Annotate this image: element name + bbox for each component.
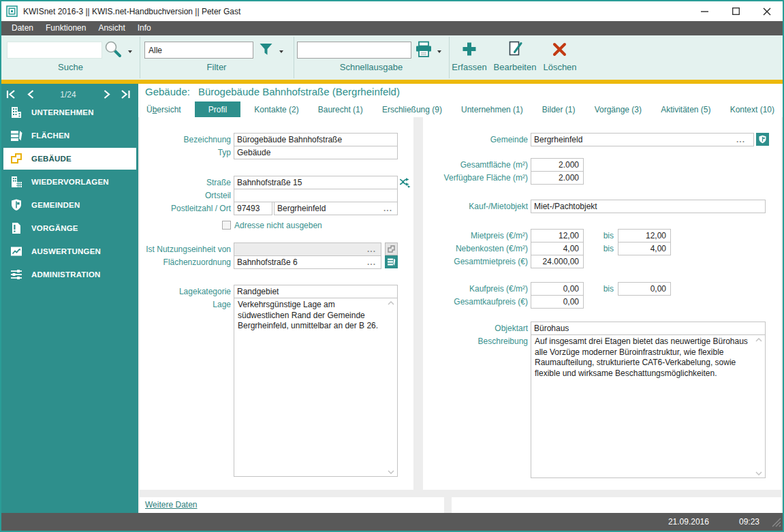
bezeichnung-input[interactable] <box>234 133 398 146</box>
nebenkosten-von-input[interactable] <box>531 242 584 255</box>
nebenkosten-label: Nebenkosten (€/m²) <box>423 242 528 255</box>
lagekategorie-label: Lagekategorie <box>140 285 231 298</box>
route-icon[interactable] <box>399 176 411 188</box>
sidebar-item-flaechen[interactable]: FLÄCHEN <box>1 124 138 147</box>
tab-baurecht[interactable]: Baurecht (1) <box>313 101 369 117</box>
gemeinde-input[interactable] <box>531 133 754 146</box>
menu-daten[interactable]: Daten <box>5 21 40 35</box>
gemeinde-ellipsis-button[interactable]: ... <box>736 133 745 146</box>
filter-icon[interactable] <box>259 43 273 57</box>
last-record-icon[interactable] <box>121 90 131 99</box>
area-assign-icon[interactable] <box>385 255 398 268</box>
tab-aktivitaeten[interactable]: Aktivitäten (5) <box>655 101 716 117</box>
kaufpreis-bis-label: bis <box>586 282 614 296</box>
strasse-label: Straße <box>140 176 231 189</box>
bezeichnung-label: Bezeichnung <box>140 133 231 146</box>
tab-unternehmen[interactable]: Unternehmen (1) <box>456 101 529 117</box>
menu-funktionen[interactable]: Funktionen <box>40 21 92 35</box>
mietpreis-bis-input[interactable] <box>618 229 671 242</box>
typ-input[interactable] <box>234 146 398 159</box>
tab-profil[interactable]: Profil <box>195 101 240 117</box>
search-icon[interactable] <box>104 40 123 59</box>
verfuegbare-flaeche-input[interactable] <box>531 171 584 185</box>
tab-kontakte[interactable]: Kontakte (2) <box>249 101 304 117</box>
beschreibung-scroll-down-icon[interactable] <box>755 471 762 475</box>
municipality-icon <box>7 198 25 212</box>
close-icon[interactable] <box>751 1 783 21</box>
minimize-icon[interactable] <box>689 1 720 21</box>
objektart-input[interactable] <box>531 322 766 335</box>
flaechenzuordnung-ellipsis-button[interactable]: ... <box>367 255 376 269</box>
adresse-nicht-ausgeben-checkbox[interactable] <box>222 221 231 230</box>
lagekategorie-input[interactable] <box>234 285 398 298</box>
lage-textarea[interactable]: Verkehrsgünstige Lage am südwestlichen R… <box>234 298 398 477</box>
sidebar-item-label: AUSWERTUNGEN <box>31 247 101 255</box>
nebenkosten-bis-input[interactable] <box>618 242 671 255</box>
main-region: 1/24 UNTERNEHMEN FLÄCHEN GEBÄUDE <box>1 84 783 513</box>
menu-info[interactable]: Info <box>131 21 157 35</box>
beschreibung-textarea[interactable]: Auf insgesamt drei Etagen bietet das neu… <box>531 334 766 478</box>
sidebar-item-vorgaenge[interactable]: VORGÄNGE <box>1 217 138 240</box>
tab-vorgaenge[interactable]: Vorgänge (3) <box>589 101 647 117</box>
sidebar-item-administration[interactable]: ADMINISTRATION <box>1 263 138 286</box>
next-record-icon[interactable] <box>103 90 111 99</box>
filter-input[interactable] <box>144 42 253 59</box>
edit-icon[interactable] <box>507 41 523 57</box>
tab-uebersicht[interactable]: Übersicht <box>141 101 187 117</box>
adresse-checkbox-label: Adresse nicht ausgeben <box>234 220 322 231</box>
objektart-label: Objektart <box>423 322 528 335</box>
delete-x-icon[interactable] <box>552 42 567 57</box>
tab-erschliessung[interactable]: Erschließung (9) <box>377 101 448 117</box>
lage-scroll-up-icon[interactable] <box>388 301 394 305</box>
search-dropdown-arrow-icon[interactable] <box>128 50 132 53</box>
first-record-icon[interactable] <box>6 90 16 99</box>
maximize-icon[interactable] <box>720 1 751 21</box>
sidebar-item-unternehmen[interactable]: UNTERNEHMEN <box>1 101 138 124</box>
ortsteil-input[interactable] <box>234 189 398 202</box>
beschreibung-scroll-up-icon[interactable] <box>755 338 762 342</box>
sidebar-item-gemeinden[interactable]: GEMEINDEN <box>1 193 138 217</box>
sidebar-item-gebaeude[interactable]: GEBÄUDE <box>3 148 136 170</box>
kaufpreis-bis-input[interactable] <box>618 282 671 296</box>
sidebar-item-wiedervorlagen[interactable]: WIEDERVORLAGEN <box>1 170 138 193</box>
lage-scroll-down-icon[interactable] <box>388 470 394 474</box>
menu-ansicht[interactable]: Ansicht <box>92 21 131 35</box>
flaechenzuordnung-input[interactable] <box>234 255 381 269</box>
gesamtkaufpreis-input[interactable] <box>531 295 584 309</box>
kaufpreis-von-input[interactable] <box>531 282 584 296</box>
kauf-mietobjekt-input[interactable] <box>531 200 766 213</box>
bearbeiten-button[interactable]: Bearbeiten <box>491 62 539 72</box>
quick-output-input[interactable] <box>297 42 411 59</box>
gesamtmietpreis-input[interactable] <box>531 255 584 268</box>
search-input[interactable] <box>7 42 102 59</box>
nutzungseinheit-ellipsis-button[interactable]: ... <box>367 242 376 256</box>
print-icon[interactable] <box>415 41 433 59</box>
sidebar-item-auswertungen[interactable]: AUSWERTUNGEN <box>1 240 138 263</box>
sidebar-item-label: VORGÄNGE <box>31 224 78 232</box>
loeschen-button[interactable]: Löschen <box>539 62 581 72</box>
ort-ellipsis-button[interactable]: ... <box>383 202 392 215</box>
strasse-input[interactable] <box>234 176 398 189</box>
app-logo-icon <box>6 5 18 17</box>
sidebar-item-label: UNTERNEHMEN <box>31 108 94 116</box>
municipality-shield-icon[interactable] <box>756 133 769 146</box>
mietpreis-von-input[interactable] <box>531 229 584 242</box>
erfassen-button[interactable]: Erfassen <box>448 62 491 72</box>
plz-input[interactable] <box>234 202 272 215</box>
app-window: KWISnet 2016-3 || KWIS.net-Handbuchversi… <box>0 0 784 532</box>
nutzungseinheit-input[interactable] <box>234 242 381 256</box>
weitere-daten-link[interactable]: Weitere Daten <box>145 497 197 513</box>
gesamtflaeche-input[interactable] <box>531 158 584 172</box>
plus-icon[interactable] <box>462 42 477 57</box>
ort-input[interactable] <box>274 202 398 215</box>
filter-dropdown-arrow-icon[interactable] <box>279 50 283 53</box>
prev-record-icon[interactable] <box>27 90 35 99</box>
resize-grip-icon[interactable] <box>772 518 781 529</box>
usage-unit-icon[interactable] <box>385 242 398 255</box>
ortsteil-label: Ortsteil <box>140 189 231 202</box>
report-icon <box>7 245 25 258</box>
tab-kontext[interactable]: Kontext (10) <box>725 101 780 117</box>
administration-icon <box>7 268 25 281</box>
tab-bilder[interactable]: Bilder (1) <box>537 101 581 117</box>
print-dropdown-arrow-icon[interactable] <box>437 50 441 53</box>
